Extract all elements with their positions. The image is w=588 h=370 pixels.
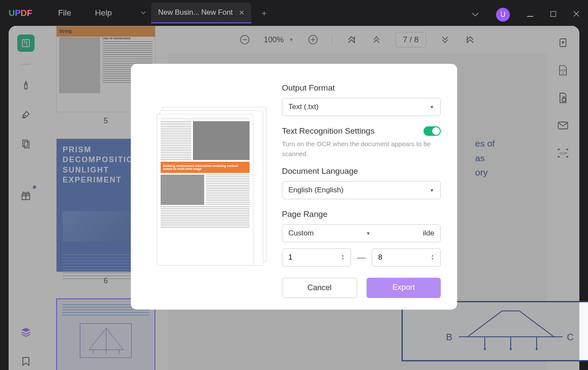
window-controls: U: [472, 8, 579, 22]
chevron-down-icon: ▼: [430, 188, 434, 193]
spinner-arrows-icon[interactable]: ▲▼: [341, 254, 345, 261]
range-to-input[interactable]: 8 ▲▼: [372, 248, 441, 267]
close-icon[interactable]: ✕: [239, 9, 244, 17]
svg-rect-0: [527, 16, 533, 17]
chevron-down-icon: ▼: [366, 231, 371, 236]
close-button[interactable]: [573, 11, 579, 19]
titlebar: UPDF File Help New Busin... New Font ✕ ＋…: [0, 0, 588, 26]
dialog-form: Output Format Text (.txt) ▼ Text Recogni…: [282, 64, 457, 310]
ocr-hint: Turn on the OCR when the document appear…: [282, 139, 441, 159]
chevron-down-icon[interactable]: [472, 11, 479, 19]
preview-stack: Building environment information modelin…: [157, 107, 256, 267]
output-format-select[interactable]: Text (.txt) ▼: [282, 98, 441, 116]
add-tab-button[interactable]: ＋: [260, 7, 269, 19]
app-logo: UPDF: [9, 8, 32, 18]
page-range-select[interactable]: Custom ▼ ilde: [282, 224, 441, 242]
dialog-buttons: Cancel Export: [282, 278, 441, 298]
language-label: Document Language: [282, 166, 441, 176]
cancel-button[interactable]: Cancel: [282, 278, 357, 298]
svg-rect-1: [551, 12, 556, 17]
ocr-label: Text Recognition Settings: [282, 126, 374, 136]
range-dash: —: [357, 253, 366, 263]
export-dialog: Building environment information modelin…: [131, 64, 457, 310]
dialog-preview: Building environment information modelin…: [131, 64, 282, 310]
language-select[interactable]: English (English) ▼: [282, 181, 441, 199]
menu-file[interactable]: File: [58, 8, 71, 18]
range-from-input[interactable]: 1 ▲▼: [282, 248, 351, 267]
page-range-inputs: 1 ▲▼ — 8 ▲▼: [282, 248, 441, 267]
export-button[interactable]: Export: [367, 278, 441, 298]
ocr-toggle-row: Text Recognition Settings: [282, 126, 441, 136]
menu-help[interactable]: Help: [95, 8, 112, 18]
preview-front-page: Building environment information modelin…: [157, 114, 253, 266]
output-format-label: Output Format: [282, 83, 441, 93]
page-range-label: Page Range: [282, 210, 441, 219]
chevron-down-icon: ▼: [430, 104, 434, 110]
minimize-button[interactable]: [527, 11, 533, 19]
active-tab[interactable]: New Busin... New Font ✕: [151, 3, 251, 23]
tab-list-dropdown[interactable]: [136, 4, 151, 22]
tab-title: New Busin... New Font: [158, 8, 233, 17]
tab-region: New Busin... New Font ✕ ＋: [136, 0, 269, 26]
spinner-arrows-icon[interactable]: ▲▼: [431, 254, 434, 261]
user-avatar[interactable]: U: [496, 8, 510, 22]
maximize-button[interactable]: [550, 11, 556, 19]
ocr-toggle[interactable]: [424, 126, 441, 136]
